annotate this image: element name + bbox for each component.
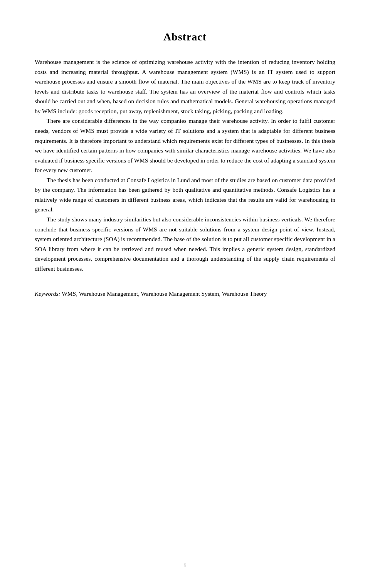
paragraph-1: Warehouse management is the science of o… <box>35 57 335 116</box>
abstract-body: Warehouse management is the science of o… <box>35 57 335 273</box>
paragraph-3: The thesis has been conducted at Consafe… <box>35 175 335 214</box>
keywords-text: WMS, Warehouse Management, Warehouse Man… <box>62 290 267 297</box>
page: Abstract Warehouse management is the sci… <box>0 0 370 588</box>
page-number: i <box>0 562 370 569</box>
keywords-section: Keywords: WMS, Warehouse Management, War… <box>35 289 335 299</box>
abstract-title: Abstract <box>35 31 335 43</box>
keywords-label: Keywords: <box>35 290 61 297</box>
paragraph-2: There are considerable differences in th… <box>35 116 335 175</box>
paragraph-4: The study shows many industry similariti… <box>35 214 335 273</box>
